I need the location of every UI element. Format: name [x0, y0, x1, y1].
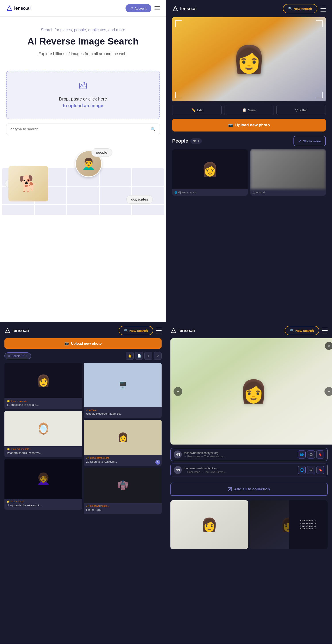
similar-images: 👩 👩 NEW ARRIVALS NEW ARRIVALS NEW ARRIVA… — [166, 500, 332, 549]
search-bar: 🔍 — [6, 124, 160, 135]
source-icon-4: ✨ — [86, 456, 89, 459]
source-globe-btn-1[interactable]: 🌐 — [298, 450, 306, 458]
bell-filter-btn[interactable]: 🔔 — [126, 352, 134, 360]
upload-area[interactable]: Drop, paste or click here to upload an i… — [6, 70, 160, 119]
filter-eye-icon: 👁 — [22, 354, 24, 358]
panel4-header: lenso.ai 🔍 New search — [166, 322, 332, 335]
panel-results-list: lenso.ai 🔍 New search 📷 — [0, 322, 166, 644]
similar-image-1[interactable]: 👩 — [170, 500, 248, 549]
result-item-img-3: 🪞 — [4, 411, 82, 446]
masonry-col-right: 🖥️ △ lenso.ai Google Reverse Image Se...… — [84, 363, 162, 514]
svg-marker-5 — [173, 6, 178, 11]
result-title-1: 11 questions to ask a p... — [7, 403, 80, 407]
upload-link[interactable]: to upload an image — [63, 103, 103, 108]
result-item-1[interactable]: 👩 🌟 dijones.com.au 11 questions to ask a… — [4, 363, 82, 409]
source-bookmark-btn-2[interactable]: 🔖 — [316, 466, 324, 474]
detail-nav-next[interactable]: → — [324, 387, 332, 396]
svg-marker-0 — [7, 6, 12, 10]
source-image-btn-1[interactable]: 🖼 — [307, 450, 315, 458]
logo-p4: lenso.ai — [170, 328, 195, 334]
file-filter-btn[interactable]: 📄 — [135, 352, 143, 360]
tag-people[interactable]: people — [92, 148, 112, 157]
result-source-1: 🌟 dijones.com.au — [7, 400, 80, 402]
add-to-collection-button[interactable]: 🖼 Add all to collection — [170, 482, 328, 496]
results-count: 👁 1 — [190, 138, 202, 144]
filter-tag-people[interactable]: ⊙ People 👁 1 — [4, 352, 31, 359]
result-image-1: 👩 — [172, 149, 248, 189]
result-item-4[interactable]: 👩 ✨ unifycosmos.com 20 Secrets to Achiev… — [84, 420, 162, 466]
search-input[interactable] — [10, 127, 151, 132]
source-name-2: thenewnormalcharityhk.org — [184, 467, 226, 470]
action-buttons: ✏️ Edit 📋 Save ▽ Filter — [172, 105, 326, 115]
result-source-2: △ lenso.ai — [86, 408, 159, 411]
save-button[interactable]: 📋 Save — [224, 105, 274, 115]
hamburger-menu[interactable] — [154, 6, 160, 10]
upload-button-p3[interactable]: 📷 Upload new photo — [4, 338, 162, 349]
result-item-5[interactable]: 👩‍🦱 ⭐ pczk.com.pl Urządzenia dla lekarzy… — [4, 459, 82, 510]
source-bookmark-btn-1[interactable]: 🔖 — [316, 450, 324, 458]
filter-filter-btn[interactable]: ▽ — [154, 352, 162, 360]
result-card-2[interactable]: △ lenso.ai — [250, 149, 326, 196]
hero-description: Explore billions of images from all arou… — [8, 51, 158, 57]
result-item-2[interactable]: 🖥️ △ lenso.ai Google Reverse Image Se... — [84, 363, 162, 418]
collection-icon: 🖼 — [228, 487, 232, 492]
hero-title: AI Reverse Image Search — [8, 36, 158, 47]
card-source-1: 🌐 dijones.com.au — [172, 189, 248, 196]
new-search-button-p2[interactable]: 🔍 New search — [283, 4, 318, 13]
source-globe-btn-2[interactable]: 🌐 — [298, 466, 306, 474]
result-title-6: Home Page — [86, 508, 159, 512]
result-item-info-3: 🌟 elfarr.bullerjahn2... what bra should … — [4, 446, 82, 457]
source-avatar-1: NN — [174, 450, 182, 458]
source-row-2: NN thenewnormalcharityhk.org → Resources… — [170, 464, 328, 476]
tag-duplicates[interactable]: duplicates — [126, 195, 153, 204]
source-avatar-2: NN — [174, 466, 182, 474]
tags-visual-area: 👨‍🦱 people related 🐕 duplicates — [0, 144, 166, 215]
source-name-1: thenewnormalcharityhk.org — [184, 451, 226, 454]
result-card-1[interactable]: 👩 🌐 dijones.com.au — [172, 149, 248, 196]
similar-image-2[interactable]: 👩 NEW ARRIVALS NEW ARRIVALS NEW ARRIVALS… — [250, 500, 328, 549]
panel-search-results: lenso.ai 🔍 New search 👩 — [166, 0, 332, 322]
hamburger-dark-p2[interactable] — [320, 6, 326, 12]
result-item-info-4: ✨ unifycosmos.com 20 Secrets to Achievin… — [84, 455, 162, 466]
show-more-button[interactable]: ⤢ Show more — [294, 136, 326, 146]
upload-icon — [11, 81, 155, 92]
new-search-button-p4[interactable]: 🔍 New search — [285, 326, 319, 335]
search-icon-p4: 🔍 — [290, 328, 294, 332]
sort-filter-btn[interactable]: ↕ — [144, 352, 152, 360]
hamburger-p3[interactable] — [156, 328, 162, 334]
source-path-1: → Resources — The New Norma... — [184, 455, 226, 458]
filter-icon: ▽ — [295, 108, 298, 112]
result-title-3: what bra should I wear wi... — [7, 451, 80, 455]
search-icon-p2: 🔍 — [288, 7, 292, 11]
account-button[interactable]: ⊙ Account — [126, 4, 152, 12]
result-item-3[interactable]: 🪞 🌟 elfarr.bullerjahn2... what bra shoul… — [4, 411, 82, 457]
source-image-btn-2[interactable]: 🖼 — [307, 466, 315, 474]
result-source-5: ⭐ pczk.com.pl — [7, 500, 80, 503]
source-icon-6: ✨ — [86, 504, 89, 508]
result-title-4: 20 Secrets to Achievin... — [86, 460, 159, 464]
upload-instruction: Drop, paste or click here to upload an i… — [11, 96, 155, 109]
svg-marker-1 — [7, 6, 12, 10]
source-icon-2: △ — [252, 191, 254, 194]
detail-close-button[interactable]: ✕ — [325, 342, 332, 350]
save-icon: 📋 — [242, 108, 246, 112]
card-source-2: △ lenso.ai — [250, 189, 326, 196]
svg-marker-6 — [5, 328, 10, 333]
result-item-img-2: 🖥️ — [84, 363, 162, 407]
edit-button[interactable]: ✏️ Edit — [172, 105, 222, 115]
logo-dark: lenso.ai — [172, 6, 196, 12]
result-item-6[interactable]: 👘 ✨ empowerment.s... Home Page — [84, 468, 162, 514]
star-icon-1: 🌟 — [7, 400, 10, 402]
main-query-image: 👩 — [172, 17, 326, 102]
hamburger-p4[interactable] — [322, 328, 328, 334]
result-item-img-4: 👩 — [84, 420, 162, 455]
detail-nav-prev[interactable]: ← — [174, 387, 182, 396]
panel3-upload-area: 📷 Upload new photo ⊙ People 👁 1 🔔 📄 ↕ ▽ — [0, 338, 166, 360]
panel-detail-view: lenso.ai 🔍 New search 👩 — [166, 322, 332, 644]
new-search-button-p3[interactable]: 🔍 New search — [119, 326, 153, 335]
result-source-6: ✨ empowerment.s... — [86, 504, 159, 508]
svg-marker-7 — [5, 328, 10, 333]
upload-new-photo-button[interactable]: 📷 Upload new photo — [172, 119, 326, 132]
filter-button[interactable]: ▽ Filter — [276, 105, 326, 115]
people-results-section: People 👁 1 ⤢ Show more 👩 — [172, 136, 326, 196]
